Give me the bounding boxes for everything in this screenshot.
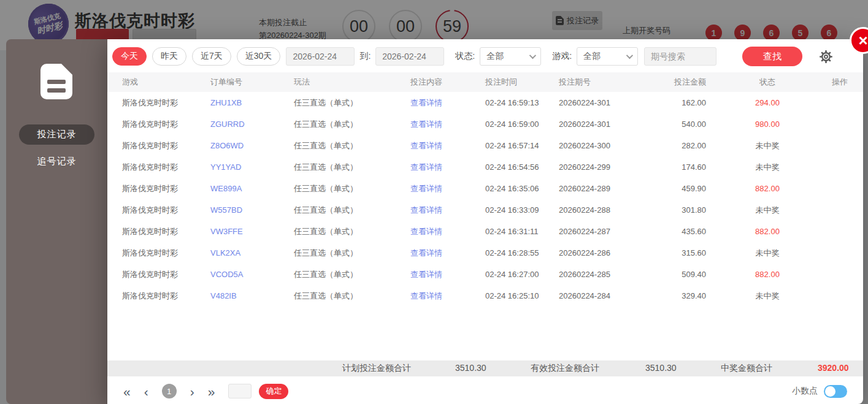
cell-period: 20260224-284 [559, 291, 645, 300]
sidebar-item-active[interactable]: 投注记录 [19, 124, 94, 145]
go-to-page-button[interactable]: 确定 [259, 384, 288, 399]
quick-range-pill[interactable]: 近30天 [237, 47, 281, 66]
view-details-link[interactable]: 查看详情 [410, 183, 485, 194]
table-row: 斯洛伐克时时彩VW3FFE任三直选（单式）查看详情02-24 16:31:112… [107, 221, 863, 242]
table-row: 斯洛伐克时时彩WE899A任三直选（单式）查看详情02-24 16:35:062… [107, 178, 863, 199]
cell-play-type: 任三直选（单式） [294, 162, 410, 173]
table-row: 斯洛伐克时时彩VLK2XA任三直选（单式）查看详情02-24 16:28:552… [107, 242, 863, 264]
prev-page-button[interactable]: ‹ [144, 385, 148, 398]
order-id-link[interactable]: WE899A [210, 184, 294, 193]
cell-game: 斯洛伐克时时彩 [122, 226, 210, 237]
toggle-knob [825, 386, 835, 397]
first-page-button[interactable]: « [123, 385, 131, 398]
records-document-icon [40, 64, 72, 99]
records-sidebar: 投注记录追号记录 [6, 39, 107, 404]
column-header: 投注时间 [485, 77, 559, 88]
decimal-toggle[interactable] [824, 385, 847, 398]
cell-bet-time: 02-24 16:35:06 [485, 184, 559, 193]
filter-bar: 今天昨天近7天近30天 到: 状态: 全部 游戏: 全部 查找 [112, 45, 858, 68]
cell-bet-time: 02-24 16:59:00 [485, 120, 559, 129]
cell-play-type: 任三直选（单式） [294, 140, 410, 151]
cell-period: 20260224-300 [559, 141, 645, 150]
view-details-link[interactable]: 查看详情 [410, 140, 485, 151]
search-button[interactable]: 查找 [742, 47, 802, 66]
table-row: 斯洛伐克时时彩Z8O6WD任三直选（单式）查看详情02-24 16:57:142… [107, 135, 863, 156]
cell-game: 斯洛伐克时时彩 [122, 140, 210, 151]
view-details-link[interactable]: 查看详情 [410, 291, 485, 302]
column-header: 投注期号 [559, 77, 645, 88]
column-header: 游戏 [122, 77, 210, 88]
table-row: 斯洛伐克时时彩ZHU1XB任三直选（单式）查看详情02-24 16:59:132… [107, 92, 863, 113]
cell-status: 882.00 [706, 270, 829, 279]
view-details-link[interactable]: 查看详情 [410, 162, 485, 173]
view-details-link[interactable]: 查看详情 [410, 97, 485, 109]
view-details-link[interactable]: 查看详情 [410, 226, 485, 237]
settings-gear-icon[interactable] [818, 49, 834, 64]
view-details-link[interactable]: 查看详情 [410, 119, 485, 130]
status-label: 状态: [455, 51, 475, 62]
game-select[interactable]: 全部 [577, 47, 638, 66]
table-row: 斯洛伐克时时彩V482IB任三直选（单式）查看详情02-24 16:25:102… [107, 285, 863, 307]
order-id-link[interactable]: W557BD [210, 205, 294, 215]
view-details-link[interactable]: 查看详情 [410, 248, 485, 259]
order-id-link[interactable]: YY1YAD [210, 162, 294, 172]
cell-bet-time: 02-24 16:33:09 [485, 205, 559, 215]
win-total-label: 中奖金额合计 [721, 363, 772, 374]
order-id-link[interactable]: VW3FFE [210, 227, 294, 236]
cell-play-type: 任三直选（单式） [294, 205, 410, 216]
view-details-link[interactable]: 查看详情 [410, 269, 485, 280]
status-select[interactable]: 全部 [480, 47, 541, 66]
cell-amount: 282.00 [645, 141, 706, 150]
date-from-input[interactable] [286, 47, 355, 66]
cell-amount: 301.80 [645, 205, 706, 215]
cell-status: 294.00 [706, 98, 829, 107]
cell-period: 20260224-286 [559, 248, 645, 257]
status-select-value: 全部 [486, 51, 504, 62]
cell-status: 980.00 [706, 120, 829, 129]
cell-status: 未中奖 [706, 248, 829, 259]
current-page-indicator[interactable]: 1 [162, 384, 177, 398]
last-page-button[interactable]: » [208, 385, 215, 398]
cell-status: 未中奖 [706, 162, 829, 173]
cell-play-type: 任三直选（单式） [294, 97, 410, 109]
table-row: 斯洛伐克时时彩VCOD5A任三直选（单式）查看详情02-24 16:27:002… [107, 264, 863, 285]
column-header: 投注金额 [645, 77, 706, 88]
order-id-link[interactable]: VLK2XA [210, 248, 294, 257]
cell-period: 20260224-299 [559, 162, 645, 172]
cell-amount: 435.60 [645, 227, 706, 236]
period-search-input[interactable] [644, 47, 716, 66]
game-select-value: 全部 [583, 51, 601, 62]
order-id-link[interactable]: VCOD5A [210, 270, 294, 279]
valid-total-label: 有效投注金额合计 [531, 363, 599, 374]
order-id-link[interactable]: ZHU1XB [210, 98, 294, 107]
date-to-input[interactable] [375, 47, 444, 66]
order-id-link[interactable]: ZGURRD [210, 120, 294, 129]
view-details-link[interactable]: 查看详情 [410, 205, 485, 216]
column-header: 玩法 [294, 77, 410, 88]
quick-range-pill[interactable]: 今天 [112, 47, 147, 66]
page-number-input[interactable] [228, 384, 252, 398]
order-id-link[interactable]: V482IB [210, 291, 294, 300]
cell-bet-time: 02-24 16:31:11 [485, 227, 559, 236]
next-page-button[interactable]: › [190, 385, 194, 398]
cell-amount: 540.00 [645, 120, 706, 129]
planned-total-value: 3510.30 [455, 363, 486, 373]
cell-game: 斯洛伐克时时彩 [122, 291, 210, 302]
cell-bet-time: 02-24 16:57:14 [485, 141, 559, 150]
table-row: 斯洛伐克时时彩W557BD任三直选（单式）查看详情02-24 16:33:092… [107, 199, 863, 221]
win-total-value: 3920.00 [818, 363, 849, 373]
cell-amount: 315.60 [645, 248, 706, 257]
column-header: 订单编号 [210, 77, 294, 88]
cell-game: 斯洛伐克时时彩 [122, 97, 210, 109]
cell-period: 20260224-287 [559, 227, 645, 236]
cell-bet-time: 02-24 16:25:10 [485, 291, 559, 300]
sidebar-item-inactive[interactable]: 追号记录 [19, 151, 94, 172]
game-label: 游戏: [552, 51, 572, 62]
close-icon: × [858, 32, 867, 48]
order-id-link[interactable]: Z8O6WD [210, 141, 294, 150]
cell-bet-time: 02-24 16:28:55 [485, 248, 559, 257]
quick-range-pill[interactable]: 昨天 [152, 47, 186, 66]
cell-status: 未中奖 [706, 205, 829, 216]
quick-range-pill[interactable]: 近7天 [192, 47, 231, 66]
cell-status: 882.00 [706, 184, 829, 193]
